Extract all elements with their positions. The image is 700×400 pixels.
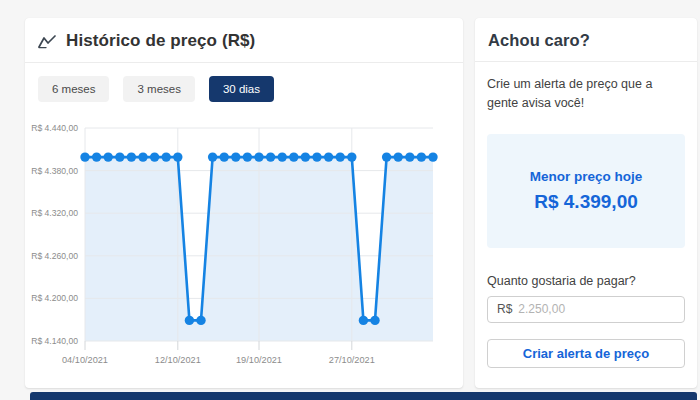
svg-text:R$ 4.440,00: R$ 4.440,00: [31, 123, 78, 133]
price-history-card: Histórico de preço (R$) 6 meses 3 meses …: [25, 18, 463, 388]
best-price-label: Menor preço hoje: [530, 169, 643, 184]
desired-price-field[interactable]: R$: [487, 296, 685, 323]
create-alert-button[interactable]: Criar alerta de preço: [487, 339, 685, 368]
svg-text:R$ 4.380,00: R$ 4.380,00: [31, 166, 78, 176]
best-price-box: Menor preço hoje R$ 4.399,00: [487, 134, 685, 248]
svg-text:04/10/2021: 04/10/2021: [62, 355, 108, 365]
svg-text:12/10/2021: 12/10/2021: [155, 355, 201, 365]
svg-text:19/10/2021: 19/10/2021: [236, 355, 282, 365]
svg-text:R$ 4.320,00: R$ 4.320,00: [31, 208, 78, 218]
desired-price-input[interactable]: [516, 301, 675, 317]
price-history-title: Histórico de preço (R$): [66, 31, 255, 51]
currency-prefix: R$: [497, 302, 512, 316]
trend-chart-icon: [38, 34, 57, 49]
tab-6-meses[interactable]: 6 meses: [38, 76, 109, 102]
price-alert-header: Achou caro?: [475, 18, 697, 62]
price-alert-title: Achou caro?: [488, 31, 590, 50]
price-alert-description: Crie um alerta de preço que a gente avis…: [487, 75, 685, 114]
svg-text:R$ 4.260,00: R$ 4.260,00: [31, 251, 78, 261]
svg-text:R$ 4.200,00: R$ 4.200,00: [31, 293, 78, 303]
svg-text:27/10/2021: 27/10/2021: [329, 355, 375, 365]
best-price-value: R$ 4.399,00: [534, 191, 638, 213]
price-alert-card: Achou caro? Crie um alerta de preço que …: [475, 18, 697, 388]
svg-text:R$ 4.140,00: R$ 4.140,00: [31, 336, 78, 346]
period-tabs: 6 meses 3 meses 30 dias: [25, 63, 463, 102]
desired-price-label: Quanto gostaria de pagar?: [487, 274, 685, 288]
next-section-bar: [30, 392, 697, 400]
price-chart: R$ 4.440,00R$ 4.380,00R$ 4.320,00R$ 4.26…: [25, 113, 463, 381]
price-chart-area: R$ 4.440,00R$ 4.380,00R$ 4.320,00R$ 4.26…: [25, 113, 463, 381]
price-history-header: Histórico de preço (R$): [25, 18, 463, 63]
tab-30-dias[interactable]: 30 dias: [209, 76, 274, 102]
tab-3-meses[interactable]: 3 meses: [123, 76, 194, 102]
